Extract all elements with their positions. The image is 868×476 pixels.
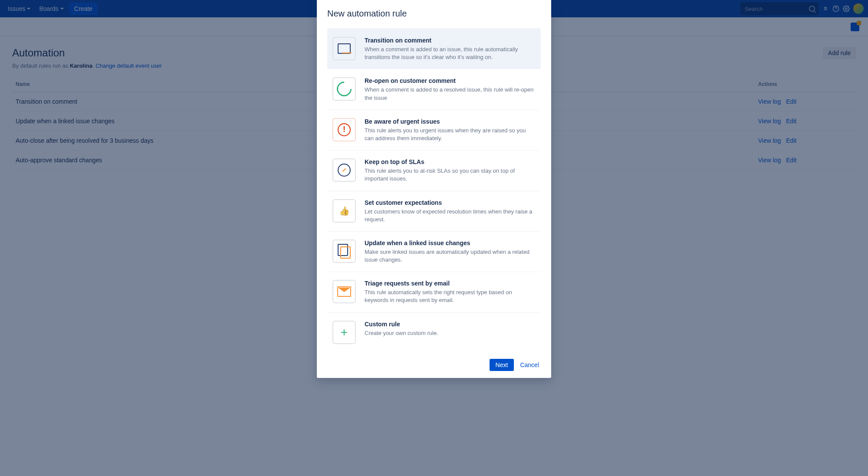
option-text: Be aware of urgent issues This rule aler…: [365, 118, 536, 142]
alert-icon: [332, 118, 356, 141]
rule-option-urgent-issues[interactable]: Be aware of urgent issues This rule aler…: [327, 110, 541, 150]
option-desc: Let customers know of expected resolutio…: [365, 208, 536, 223]
option-text: Transition on comment When a comment is …: [365, 37, 536, 61]
modal-footer: Next Cancel: [317, 352, 551, 378]
modal-body: Transition on comment When a comment is …: [317, 26, 551, 352]
rule-option-triage-email[interactable]: Triage requests sent by email This rule …: [327, 272, 541, 312]
rule-option-reopen-customer-comment[interactable]: Re-open on customer comment When a comme…: [327, 69, 541, 109]
stopwatch-icon: [332, 158, 356, 182]
transition-icon: [332, 37, 356, 60]
option-desc: This rule automatically sets the right r…: [365, 289, 536, 304]
option-title: Be aware of urgent issues: [365, 118, 536, 125]
rule-option-custom[interactable]: Custom rule Create your own custom rule.: [327, 312, 541, 352]
option-text: Keep on top of SLAs This rule alerts you…: [365, 158, 536, 183]
plus-icon: [332, 321, 356, 344]
option-title: Keep on top of SLAs: [365, 158, 536, 165]
option-title: Re-open on customer comment: [365, 77, 536, 84]
rule-option-slas[interactable]: Keep on top of SLAs This rule alerts you…: [327, 150, 541, 190]
option-title: Transition on comment: [365, 37, 536, 44]
option-desc: This rule alerts you to at-risk SLAs so …: [365, 167, 536, 183]
new-rule-modal: New automation rule Transition on commen…: [317, 0, 551, 378]
option-title: Set customer expectations: [365, 199, 536, 206]
option-title: Triage requests sent by email: [365, 280, 536, 287]
option-desc: When a comment is added to a resolved is…: [365, 86, 536, 102]
rule-option-customer-expectations[interactable]: Set customer expectations Let customers …: [327, 191, 541, 231]
option-desc: Create your own custom rule.: [365, 329, 438, 337]
option-text: Update when a linked issue changes Make …: [365, 240, 536, 264]
option-title: Update when a linked issue changes: [365, 240, 536, 246]
cancel-button[interactable]: Cancel: [518, 359, 541, 371]
reopen-icon: [332, 77, 356, 101]
email-icon: [332, 280, 356, 303]
option-desc: When a comment is added to an issue, thi…: [365, 46, 536, 61]
option-title: Custom rule: [365, 321, 438, 328]
option-text: Re-open on customer comment When a comme…: [365, 77, 536, 102]
option-desc: Make sure linked issues are automaticall…: [365, 248, 536, 264]
linked-issue-icon: [332, 240, 356, 263]
rule-option-linked-issue[interactable]: Update when a linked issue changes Make …: [327, 231, 541, 272]
modal-title: New automation rule: [317, 0, 551, 26]
option-text: Triage requests sent by email This rule …: [365, 280, 536, 304]
thumbs-up-icon: [332, 199, 356, 223]
rule-option-transition-on-comment[interactable]: Transition on comment When a comment is …: [327, 29, 541, 69]
option-text: Set customer expectations Let customers …: [365, 199, 536, 223]
option-text: Custom rule Create your own custom rule.: [365, 321, 438, 344]
next-button[interactable]: Next: [490, 359, 514, 371]
option-desc: This rule alerts you to urgent issues wh…: [365, 127, 536, 142]
